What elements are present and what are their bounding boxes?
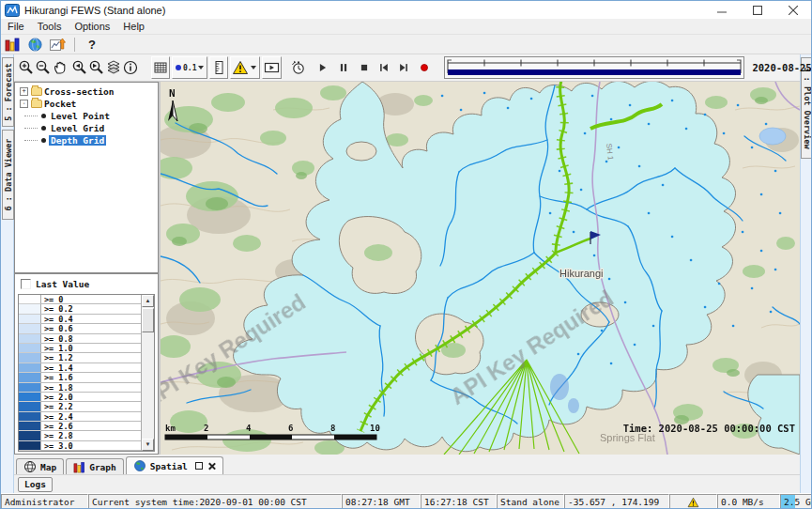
legend-row[interactable]: >= 0.2 — [19, 304, 141, 314]
svg-text:10: 10 — [370, 424, 380, 433]
legend-row[interactable]: >= 2.6 — [19, 422, 141, 431]
minimize-button[interactable] — [704, 1, 740, 19]
legend-row[interactable]: >= 1.8 — [19, 383, 141, 393]
bullet-icon — [41, 114, 46, 118]
map-globe-icon[interactable] — [23, 36, 46, 54]
timer-icon[interactable] — [290, 57, 307, 78]
legend-label: >= 2.2 — [41, 402, 141, 411]
legend-swatch — [19, 295, 41, 304]
logs-button[interactable]: Logs — [18, 477, 53, 492]
zoom-previous-icon[interactable] — [71, 57, 88, 78]
legend-label: >= 0.6 — [41, 324, 141, 333]
status-user: Administrator — [1, 494, 88, 509]
info-icon[interactable] — [122, 57, 139, 78]
zoom-in-icon[interactable] — [18, 57, 35, 78]
legend-row[interactable]: >= 1.6 — [19, 373, 141, 382]
tree-item[interactable]: +Cross-section — [15, 85, 158, 98]
legend-label: >= 2.8 — [41, 431, 141, 440]
legend-row[interactable]: >= 2.0 — [19, 393, 141, 402]
tree-view[interactable]: +Cross-section-PocketLevel PointLevel Gr… — [14, 82, 159, 273]
application-window: Hikurangi FEWS (Stand alone) File Tools … — [0, 0, 812, 509]
record-icon[interactable] — [418, 57, 431, 78]
legend-row[interactable]: >= 0 — [19, 295, 141, 304]
legend-row[interactable]: >= 1.0 — [19, 344, 141, 353]
tree-item-label: Level Grid — [49, 123, 106, 133]
grid-display-button[interactable] — [151, 56, 170, 79]
bottom-tab-bar: Map Graph Spatial — [14, 455, 800, 474]
collapse-icon[interactable]: - — [20, 100, 28, 108]
status-warning-icon[interactable] — [669, 494, 717, 509]
expand-icon[interactable]: + — [20, 87, 28, 96]
legend-row[interactable]: >= 3.0 — [19, 441, 141, 451]
legend-scrollbar[interactable]: ▲ ▼ — [141, 295, 154, 451]
warning-dropdown-button[interactable] — [230, 56, 260, 79]
last-value-checkbox[interactable] — [21, 279, 31, 289]
status-local-time: 16:27:18 CST — [421, 494, 497, 509]
legend-row[interactable]: >= 0.6 — [19, 324, 141, 333]
tab-data-viewer[interactable]: 6 : Data Viewer — [2, 130, 14, 220]
legend-label: >= 2.6 — [41, 422, 141, 431]
legend-list-box: >= 0>= 0.2>= 0.4>= 0.6>= 0.8>= 1.0>= 1.2… — [18, 294, 155, 452]
legend-row[interactable]: >= 2.2 — [19, 402, 141, 411]
legend-row[interactable]: >= 2.4 — [19, 412, 141, 422]
legend-list: >= 0>= 0.2>= 0.4>= 0.6>= 0.8>= 1.0>= 1.2… — [19, 295, 141, 451]
skip-to-start-icon[interactable] — [377, 57, 391, 78]
legend-label: >= 2.4 — [41, 412, 141, 422]
svg-text:2: 2 — [204, 424, 208, 433]
legend-row[interactable]: >= 1.4 — [19, 363, 141, 373]
zoom-next-icon[interactable] — [88, 57, 105, 78]
legend-row[interactable]: >= 2.8 — [19, 431, 141, 440]
legend-label: >= 0.2 — [41, 304, 141, 314]
legend-row[interactable]: >= 0.4 — [19, 315, 141, 324]
menu-tools[interactable]: Tools — [31, 20, 69, 33]
road-label: SH 1 — [605, 143, 615, 161]
content-region: 5 : Forecast 6 : Data Viewer 3 : Plot Ov… — [1, 54, 812, 493]
legend-row[interactable]: >= 1.2 — [19, 353, 141, 362]
folder-icon — [31, 100, 42, 108]
explorer-icon[interactable] — [1, 36, 23, 54]
panel-area: +Cross-section-PocketLevel PointLevel Gr… — [14, 82, 800, 455]
svg-text:km: km — [165, 424, 176, 433]
zoom-out-icon[interactable] — [35, 57, 52, 78]
menu-file[interactable]: File — [1, 20, 31, 33]
scroll-thumb[interactable] — [142, 308, 154, 332]
legend-swatch — [19, 431, 41, 440]
map-view[interactable]: API Key Required API Key Required Hikura… — [161, 82, 800, 455]
timeline-slider[interactable] — [444, 56, 744, 79]
tab-graph[interactable]: Graph — [66, 458, 124, 474]
pan-hand-icon[interactable] — [52, 57, 69, 78]
bullet-icon — [41, 126, 46, 131]
layers-icon[interactable] — [105, 57, 122, 78]
stop-icon[interactable] — [358, 57, 371, 78]
tab-forecast[interactable]: 5 : Forecast — [2, 57, 14, 127]
tab-map[interactable]: Map — [16, 458, 64, 474]
chevron-down-icon — [198, 66, 204, 69]
timeseries-display-icon[interactable] — [46, 36, 69, 54]
town-label: Hikurangi — [559, 268, 603, 279]
play-icon[interactable] — [316, 57, 329, 78]
svg-text:6: 6 — [288, 424, 293, 433]
animation-button[interactable] — [262, 56, 282, 79]
skip-to-end-icon[interactable] — [397, 57, 410, 78]
maximize-button[interactable] — [740, 1, 775, 19]
status-system-time: Current system time:2020-09-01 00:00 CST — [88, 494, 342, 509]
close-button[interactable] — [775, 1, 811, 19]
legend-label: >= 2.0 — [41, 393, 141, 402]
tree-item[interactable]: Level Grid — [15, 122, 158, 134]
legend-row[interactable]: >= 0.8 — [19, 334, 141, 344]
menu-options[interactable]: Options — [68, 20, 116, 33]
threshold-dropdown-button[interactable]: 0.1 — [172, 56, 207, 79]
tree-item[interactable]: Depth Grid — [15, 134, 158, 147]
pause-icon[interactable] — [337, 57, 350, 78]
tree-item[interactable]: Level Point — [15, 110, 158, 122]
close-tab-icon[interactable] — [207, 462, 216, 470]
scroll-up-icon[interactable]: ▲ — [142, 295, 154, 307]
help-icon[interactable]: ? — [81, 36, 103, 54]
menu-help[interactable]: Help — [116, 20, 151, 33]
scroll-down-icon[interactable]: ▼ — [142, 439, 154, 451]
right-tab-strip: 3 : Plot Overview — [800, 54, 812, 493]
ruler-button[interactable] — [209, 56, 228, 79]
tree-item[interactable]: -Pocket — [15, 98, 158, 110]
maximize-tab-icon[interactable] — [195, 462, 203, 470]
tab-spatial[interactable]: Spatial — [126, 456, 223, 474]
